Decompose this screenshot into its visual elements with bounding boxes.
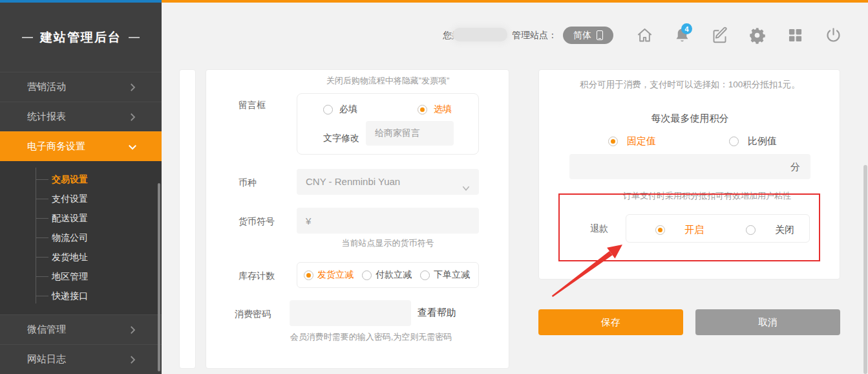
- page-scrollbar-thumb[interactable]: [863, 165, 867, 374]
- radio-label: 固定值: [627, 135, 656, 148]
- power-icon[interactable]: [825, 27, 842, 44]
- currency-symbol-label: 货币符号: [238, 216, 275, 228]
- sidebar-subitem-trade-settings[interactable]: 交易设置: [0, 170, 162, 189]
- radio-unselected-icon[interactable]: [323, 105, 333, 115]
- mobile-icon: [597, 30, 603, 40]
- radio-optional[interactable]: 选填: [418, 104, 452, 115]
- app-title: 建站管理后台: [40, 29, 122, 46]
- apps-grid-icon[interactable]: [787, 27, 804, 44]
- sidebar-subitem-region-management[interactable]: 地区管理: [0, 267, 162, 286]
- radio-label: 选填: [434, 104, 452, 115]
- currency-select[interactable]: CNY - Renminbi Yuan: [297, 169, 479, 195]
- sidebar-item-label: 营销活动: [27, 81, 66, 93]
- consume-password-note: 会员消费时需要的输入密码,为空则无需密码: [277, 331, 465, 343]
- currency-select-value: CNY - Renminbi Yuan: [306, 176, 400, 187]
- sidebar-item-site-log[interactable]: 网站日志: [0, 344, 162, 374]
- sidebar-submenu: 交易设置 支付设置 配送设置 物流公司 发货地址 地区管理 快递接口: [0, 161, 162, 314]
- stock-count-label: 库存计数: [238, 270, 275, 282]
- sidebar-item-label: 统计报表: [27, 111, 66, 123]
- points-unit-suffix: 分: [790, 161, 800, 172]
- radio-unselected-icon[interactable]: [420, 270, 430, 280]
- redacted-username: [453, 28, 507, 41]
- gear-icon[interactable]: [748, 27, 766, 44]
- sidebar-subitem-express-interface[interactable]: 快递接口: [0, 286, 162, 305]
- radio-ratio-value[interactable]: 比例值: [729, 135, 777, 148]
- max-points-input[interactable]: 分: [569, 154, 810, 179]
- max-points-title: 每次最多使用积分: [539, 113, 841, 125]
- site-selector-pill[interactable]: 简体: [563, 27, 613, 44]
- sidebar-scrollbar-thumb[interactable]: [158, 183, 160, 371]
- chevron-down-icon: [461, 177, 471, 203]
- consume-password-label: 消费密码: [235, 309, 271, 320]
- sidebar-item-wechat[interactable]: 微信管理: [0, 314, 162, 344]
- site-label: 管理站点：: [512, 30, 557, 41]
- sidebar: 建站管理后台 营销活动 统计报表 电子商务设置 交易设置 支付设置 配送设置 物…: [0, 3, 162, 374]
- radio-required[interactable]: 必填: [323, 104, 357, 115]
- home-icon[interactable]: [636, 27, 653, 44]
- sidebar-subitem-logistics-company[interactable]: 物流公司: [0, 228, 162, 247]
- sidebar-subitem-payment-settings[interactable]: 支付设置: [0, 189, 162, 208]
- cancel-button[interactable]: 取消: [695, 309, 840, 335]
- radio-order-deduct[interactable]: 下单立减: [420, 269, 470, 281]
- sidebar-item-label: 网站日志: [27, 353, 66, 366]
- currency-symbol-input[interactable]: [297, 208, 479, 234]
- radio-label: 比例值: [748, 135, 777, 148]
- clipped-card-edge: [179, 69, 196, 369]
- chevron-right-icon: [127, 324, 138, 338]
- chevron-right-icon: [127, 111, 138, 125]
- radio-label: 下单立减: [434, 269, 470, 281]
- invoice-note: 关闭后购物流程中将隐藏”发票项”: [297, 75, 479, 87]
- message-text-input[interactable]: [366, 121, 454, 146]
- consume-password-input[interactable]: [290, 300, 411, 326]
- sidebar-item-label: 微信管理: [27, 324, 66, 336]
- sidebar-subitem-delivery-settings[interactable]: 配送设置: [0, 208, 162, 228]
- sidebar-subitem-shipping-address[interactable]: 发货地址: [0, 247, 162, 267]
- radio-label: 必填: [339, 104, 357, 115]
- radio-label: 付款立减: [376, 269, 412, 281]
- radio-selected-icon[interactable]: [304, 270, 313, 280]
- trade-settings-panel: 关闭后购物流程中将隐藏”发票项” 留言框 必填 选填 文字修改 币种 CNY -…: [206, 69, 509, 369]
- site-pill-label: 简体: [573, 30, 591, 41]
- sidebar-item-marketing[interactable]: 营销活动: [0, 72, 162, 102]
- chevron-down-icon: [127, 141, 138, 155]
- brand-dash-right: [129, 37, 140, 38]
- radio-ship-deduct[interactable]: 发货立减: [304, 269, 354, 281]
- radio-selected-icon[interactable]: [608, 137, 618, 146]
- stock-count-group: 发货立减 付款立减 下单立减: [297, 262, 479, 288]
- brand: 建站管理后台: [0, 3, 162, 72]
- message-box-group: 必填 选填 文字修改: [297, 93, 479, 155]
- save-button[interactable]: 保存: [538, 309, 683, 335]
- chevron-right-icon: [127, 82, 138, 95]
- points-usage-note: 积分可用于消费，支付时可以选择如：100积分抵扣1元。: [552, 79, 828, 91]
- text-edit-label: 文字修改: [323, 133, 359, 144]
- radio-unselected-icon[interactable]: [362, 270, 372, 280]
- annotation-arrow: [543, 239, 627, 301]
- chevron-right-icon: [127, 354, 138, 368]
- message-box-label: 留言框: [238, 100, 266, 111]
- sidebar-item-label: 电子商务设置: [27, 140, 85, 153]
- topbar-orange-strip: [162, 0, 868, 3]
- sidebar-item-ecommerce-settings[interactable]: 电子商务设置: [0, 131, 162, 161]
- radio-unselected-icon[interactable]: [729, 137, 739, 146]
- sidebar-item-reports[interactable]: 统计报表: [0, 102, 162, 131]
- radio-selected-icon[interactable]: [418, 105, 427, 115]
- radio-label: 发货立减: [317, 269, 354, 281]
- compose-icon[interactable]: [711, 27, 728, 44]
- radio-pay-deduct[interactable]: 付款立减: [362, 269, 412, 281]
- notification-badge: 4: [681, 23, 692, 34]
- radio-fixed-value[interactable]: 固定值: [608, 135, 656, 148]
- currency-label: 币种: [238, 177, 257, 189]
- currency-symbol-note: 当前站点显示的货币符号: [297, 237, 479, 249]
- view-help-link[interactable]: 查看帮助: [418, 307, 456, 319]
- brand-dash-left: [22, 37, 33, 38]
